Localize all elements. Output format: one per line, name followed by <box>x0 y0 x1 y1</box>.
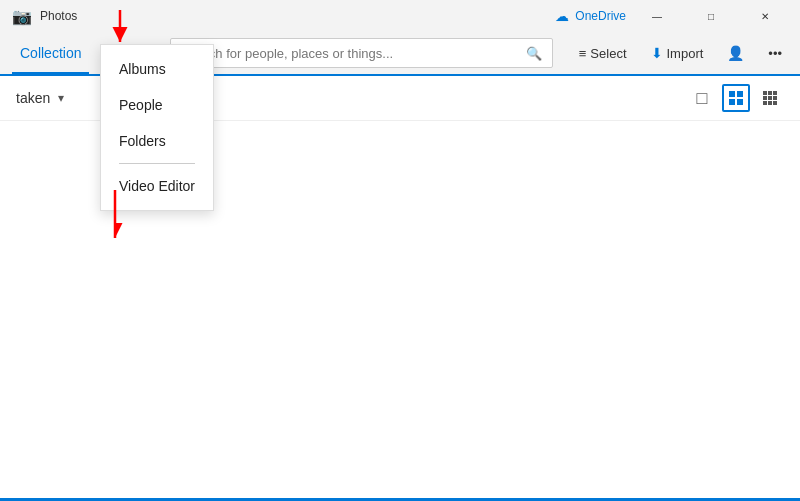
svg-rect-12 <box>773 101 777 105</box>
import-icon: ⬇ <box>651 45 663 61</box>
small-grid-icon <box>762 90 778 106</box>
collection-label: Collection <box>20 45 81 61</box>
search-bar: 🔍 <box>170 38 552 68</box>
dropdown-divider <box>119 163 195 164</box>
title-bar: 📷 Photos ☁ OneDrive — □ ✕ <box>0 0 800 32</box>
chevron-down-icon[interactable]: ▾ <box>58 91 64 105</box>
minimize-button[interactable]: — <box>634 0 680 32</box>
title-bar-right: ☁ OneDrive — □ ✕ <box>555 0 788 32</box>
user-icon: 👤 <box>727 45 744 61</box>
view-single-button[interactable]: □ <box>688 84 716 112</box>
svg-rect-6 <box>773 91 777 95</box>
dropdown-item-folders[interactable]: Folders <box>101 123 213 159</box>
view-toggles: □ <box>688 84 784 112</box>
onedrive-label: OneDrive <box>575 9 626 23</box>
svg-rect-10 <box>763 101 767 105</box>
svg-rect-1 <box>737 91 743 97</box>
title-bar-left: 📷 Photos <box>12 7 77 26</box>
close-button[interactable]: ✕ <box>742 0 788 32</box>
svg-rect-4 <box>763 91 767 95</box>
svg-rect-2 <box>729 99 735 105</box>
select-label: Select <box>590 46 626 61</box>
onedrive-area: ☁ OneDrive <box>555 8 626 24</box>
dropdown-item-albums[interactable]: Albums <box>101 51 213 87</box>
import-button[interactable]: ⬇ Import <box>645 41 710 65</box>
toolbar-right: ≡ Select ⬇ Import 👤 ••• <box>573 41 788 65</box>
more-dropdown-menu: Albums People Folders Video Editor <box>100 44 214 211</box>
dropdown-item-video-editor[interactable]: Video Editor <box>101 168 213 204</box>
svg-rect-11 <box>768 101 772 105</box>
view-small-grid-button[interactable] <box>756 84 784 112</box>
app-title: Photos <box>40 9 77 23</box>
svg-rect-8 <box>768 96 772 100</box>
svg-rect-3 <box>737 99 743 105</box>
svg-rect-0 <box>729 91 735 97</box>
select-icon: ≡ <box>579 46 587 61</box>
svg-rect-5 <box>768 91 772 95</box>
select-button[interactable]: ≡ Select <box>573 42 633 65</box>
app-icon: 📷 <box>12 7 32 26</box>
import-label: Import <box>667 46 704 61</box>
date-filter-label: taken <box>16 90 50 106</box>
more-options-button[interactable]: ••• <box>762 42 788 65</box>
onedrive-icon: ☁ <box>555 8 569 24</box>
dropdown-item-people[interactable]: People <box>101 87 213 123</box>
svg-rect-7 <box>763 96 767 100</box>
search-input[interactable] <box>181 46 519 61</box>
grid-icon <box>728 90 744 106</box>
nav-collection[interactable]: Collection <box>12 33 89 75</box>
svg-rect-9 <box>773 96 777 100</box>
maximize-button[interactable]: □ <box>688 0 734 32</box>
search-icon: 🔍 <box>526 46 542 61</box>
user-button[interactable]: 👤 <box>721 41 750 65</box>
more-options-icon: ••• <box>768 46 782 61</box>
view-grid-button[interactable] <box>722 84 750 112</box>
